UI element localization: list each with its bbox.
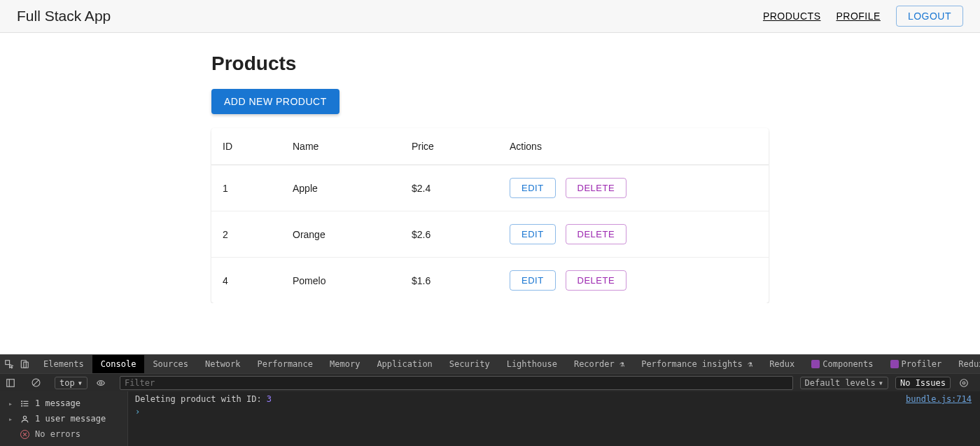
cell-id: 2 bbox=[211, 211, 281, 258]
edit-button[interactable]: EDIT bbox=[510, 270, 556, 291]
cell-name: Orange bbox=[281, 211, 400, 258]
cell-name: Pomelo bbox=[281, 258, 400, 304]
edit-button[interactable]: EDIT bbox=[510, 178, 556, 198]
cell-actions: EDIT DELETE bbox=[498, 165, 769, 211]
nav-links: PRODUCTS PROFILE LOGOUT bbox=[763, 6, 963, 27]
col-price: Price bbox=[400, 128, 498, 165]
col-name: Name bbox=[281, 128, 400, 165]
cell-price: $2.6 bbox=[400, 211, 498, 258]
cell-id: 1 bbox=[211, 165, 281, 211]
delete-button[interactable]: DELETE bbox=[566, 224, 627, 244]
app-title: Full Stack App bbox=[17, 8, 111, 25]
nav-products[interactable]: PRODUCTS bbox=[763, 11, 821, 22]
col-actions: Actions bbox=[498, 128, 769, 165]
edit-button[interactable]: EDIT bbox=[510, 224, 556, 244]
delete-button[interactable]: DELETE bbox=[566, 178, 627, 198]
delete-button[interactable]: DELETE bbox=[566, 270, 627, 291]
table-row: 4 Pomelo $1.6 EDIT DELETE bbox=[211, 258, 769, 304]
table-row: 2 Orange $2.6 EDIT DELETE bbox=[211, 211, 769, 258]
col-id: ID bbox=[211, 128, 281, 165]
products-table: ID Name Price Actions 1 Apple $2.4 EDIT … bbox=[211, 128, 769, 303]
cell-price: $1.6 bbox=[400, 258, 498, 304]
nav-profile[interactable]: PROFILE bbox=[836, 11, 880, 22]
add-product-button[interactable]: ADD NEW PRODUCT bbox=[211, 89, 340, 114]
app-header: Full Stack App PRODUCTS PROFILE LOGOUT bbox=[0, 0, 980, 33]
main-content: Products ADD NEW PRODUCT ID Name Price A… bbox=[203, 53, 777, 303]
cell-actions: EDIT DELETE bbox=[498, 211, 769, 258]
table-header-row: ID Name Price Actions bbox=[211, 128, 769, 165]
cell-id: 4 bbox=[211, 258, 281, 304]
cell-name: Apple bbox=[281, 165, 400, 211]
logout-button[interactable]: LOGOUT bbox=[896, 6, 963, 27]
table-row: 1 Apple $2.4 EDIT DELETE bbox=[211, 165, 769, 211]
products-table-card: ID Name Price Actions 1 Apple $2.4 EDIT … bbox=[211, 128, 769, 303]
cell-price: $2.4 bbox=[400, 165, 498, 211]
page-title: Products bbox=[211, 53, 769, 75]
cell-actions: EDIT DELETE bbox=[498, 258, 769, 304]
